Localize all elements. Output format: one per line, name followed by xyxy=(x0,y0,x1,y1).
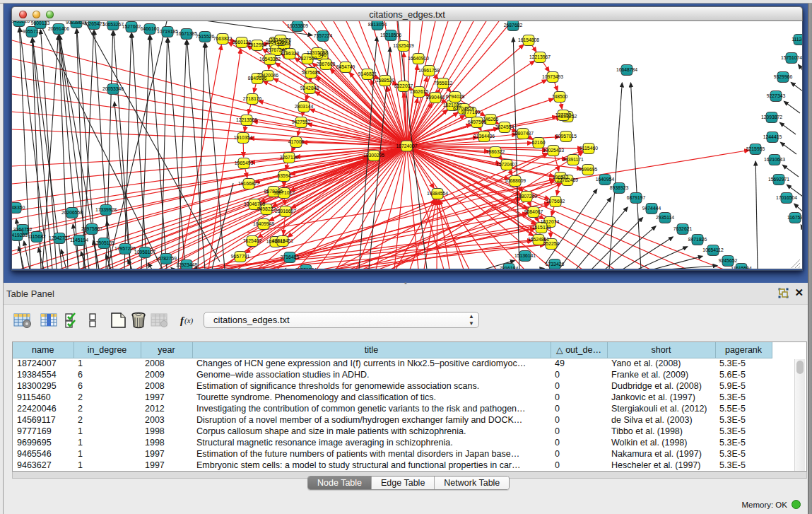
svg-text:9084067: 9084067 xyxy=(524,209,543,214)
svg-text:417006: 417006 xyxy=(288,139,305,144)
svg-text:15751074: 15751074 xyxy=(781,55,802,60)
svg-text:1145194: 1145194 xyxy=(70,238,88,243)
svg-text:10973493: 10973493 xyxy=(542,74,563,79)
svg-text:16033809: 16033809 xyxy=(287,23,308,28)
svg-text:9329966: 9329966 xyxy=(774,74,793,79)
svg-text:8454749: 8454749 xyxy=(336,64,355,69)
svg-text:3164752: 3164752 xyxy=(13,227,33,232)
svg-text:12093872: 12093872 xyxy=(761,115,782,119)
svg-text:1075692: 1075692 xyxy=(546,199,565,204)
svg-text:8849696: 8849696 xyxy=(248,76,267,81)
svg-text:3716485: 3716485 xyxy=(281,255,300,259)
svg-text:8912954: 8912954 xyxy=(248,42,267,47)
svg-text:7986322: 7986322 xyxy=(486,149,505,154)
svg-text:9242848: 9242848 xyxy=(300,86,319,90)
svg-text:2803144: 2803144 xyxy=(295,104,314,109)
svg-text:1640954: 1640954 xyxy=(596,177,615,182)
svg-text:746266: 746266 xyxy=(483,117,499,122)
svg-text:111243: 111243 xyxy=(792,37,802,42)
svg-text:16543382: 16543382 xyxy=(259,57,281,62)
svg-text:16409948: 16409948 xyxy=(253,221,274,226)
svg-text:3267130: 3267130 xyxy=(280,155,299,160)
svg-text:30391171: 30391171 xyxy=(563,157,584,162)
svg-text:12942737: 12942737 xyxy=(49,235,70,240)
svg-text:80957015: 80957015 xyxy=(555,134,577,139)
svg-text:1612074: 1612074 xyxy=(541,219,560,224)
svg-text:2687682: 2687682 xyxy=(504,23,523,28)
svg-text:9600133: 9600133 xyxy=(31,21,50,25)
svg-text:1244415: 1244415 xyxy=(763,134,782,139)
svg-text:116753: 116753 xyxy=(787,215,802,220)
svg-text:17016504: 17016504 xyxy=(776,195,797,200)
svg-text:21364436: 21364436 xyxy=(473,134,495,139)
svg-text:9699695: 9699695 xyxy=(579,167,598,172)
svg-text:17339928: 17339928 xyxy=(95,207,117,212)
svg-text:1910354: 1910354 xyxy=(234,135,253,140)
svg-text:6879197: 6879197 xyxy=(627,195,646,200)
svg-text:12923448: 12923448 xyxy=(176,262,197,267)
svg-text:8471826: 8471826 xyxy=(688,237,707,242)
svg-text:1965493: 1965493 xyxy=(235,160,254,165)
svg-text:10807487: 10807487 xyxy=(512,131,534,136)
svg-text:16154808: 16154808 xyxy=(518,37,539,42)
svg-text:20691406: 20691406 xyxy=(48,26,69,31)
svg-text:48018451: 48018451 xyxy=(272,238,293,243)
svg-text:252254: 252254 xyxy=(543,241,560,246)
svg-text:11615594: 11615594 xyxy=(731,266,752,269)
svg-text:127753: 127753 xyxy=(555,112,572,117)
svg-text:1615132: 1615132 xyxy=(532,225,551,230)
svg-text:9146821: 9146821 xyxy=(358,71,377,76)
svg-text:53594: 53594 xyxy=(278,173,291,178)
svg-text:12213967: 12213967 xyxy=(529,54,551,59)
svg-text:19384554: 19384554 xyxy=(427,191,448,196)
svg-text:13315098: 13315098 xyxy=(307,50,328,55)
svg-text:7515526: 7515526 xyxy=(196,34,215,39)
svg-text:10654112: 10654112 xyxy=(702,247,724,252)
svg-text:9227343: 9227343 xyxy=(767,93,786,98)
svg-text:38346578: 38346578 xyxy=(270,37,291,42)
svg-text:11325419: 11325419 xyxy=(393,43,414,48)
svg-text:15692971: 15692971 xyxy=(768,177,789,182)
svg-text:748500: 748500 xyxy=(552,94,568,99)
svg-text:19166827: 19166827 xyxy=(238,181,259,186)
svg-text:2935114: 2935114 xyxy=(656,215,674,220)
svg-text:10046708: 10046708 xyxy=(244,201,265,206)
svg-text:5875685: 5875685 xyxy=(302,70,321,75)
svg-text:1115682: 1115682 xyxy=(28,234,46,239)
svg-text:7663822: 7663822 xyxy=(213,36,233,41)
svg-text:10688609: 10688609 xyxy=(505,178,526,183)
svg-text:(x): (x) xyxy=(184,316,194,325)
svg-text:20053346: 20053346 xyxy=(102,86,124,91)
svg-text:10958107: 10958107 xyxy=(134,250,155,255)
svg-text:12213569: 12213569 xyxy=(236,117,257,122)
svg-text:9245652: 9245652 xyxy=(719,258,738,263)
svg-text:10961758: 10961758 xyxy=(418,68,440,73)
svg-text:16782759: 16782759 xyxy=(155,256,177,261)
svg-text:18807249: 18807249 xyxy=(516,194,537,199)
svg-text:9498222: 9498222 xyxy=(257,206,276,211)
svg-text:1527602: 1527602 xyxy=(122,24,141,29)
svg-text:1588520: 1588520 xyxy=(376,78,395,83)
svg-text:40265423: 40265423 xyxy=(83,21,105,26)
svg-text:16671385: 16671385 xyxy=(176,31,197,36)
svg-text:8186328: 8186328 xyxy=(281,51,300,56)
svg-text:16640910: 16640910 xyxy=(408,56,429,61)
svg-text:1362615: 1362615 xyxy=(410,89,429,94)
svg-text:15720407: 15720407 xyxy=(496,162,517,167)
svg-text:7816184: 7816184 xyxy=(500,266,519,269)
svg-text:22782489: 22782489 xyxy=(557,177,578,182)
svg-text:6794028: 6794028 xyxy=(446,94,465,99)
svg-text:95931034: 95931034 xyxy=(295,267,317,269)
svg-text:6322037: 6322037 xyxy=(394,83,413,88)
svg-text:7648350: 7648350 xyxy=(12,205,25,210)
svg-text:7357224: 7357224 xyxy=(314,33,333,38)
svg-text:9115460: 9115460 xyxy=(579,146,598,151)
svg-text:53419283: 53419283 xyxy=(12,233,28,238)
svg-text:9055712: 9055712 xyxy=(23,29,42,34)
svg-text:7955812: 7955812 xyxy=(434,81,453,86)
svg-text:26916697: 26916697 xyxy=(275,209,296,214)
svg-text:18724007: 18724007 xyxy=(396,144,417,148)
svg-text:16524861: 16524861 xyxy=(528,237,549,242)
svg-text:10433218: 10433218 xyxy=(12,21,30,23)
svg-text:7625402: 7625402 xyxy=(243,238,262,243)
